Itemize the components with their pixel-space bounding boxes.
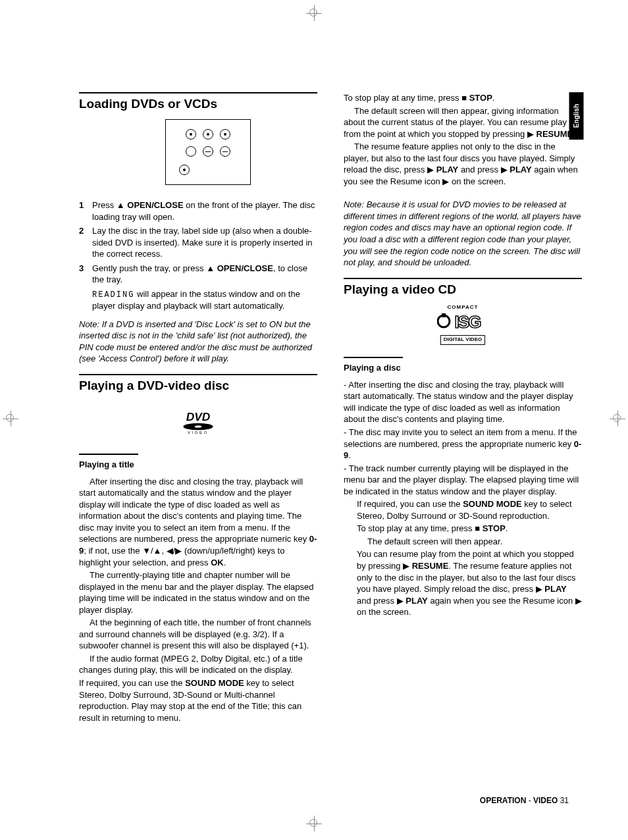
body-text: - The disc may invite you to select an i… (344, 427, 582, 461)
footer-section: OPERATION (480, 796, 526, 805)
step-1: 1 Press ▲ OPEN/CLOSE on the front of the… (79, 199, 317, 223)
subheading-playing-disc: Playing a disc (344, 362, 582, 374)
step-number: 3 (79, 263, 92, 286)
svg-text:VIDEO: VIDEO (188, 430, 209, 434)
status-display: READING (92, 290, 134, 300)
play-icon: ▶ (427, 165, 434, 174)
crop-mark-top (306, 5, 322, 24)
resume-icon: ▶ (442, 176, 449, 186)
right-column: To stop play at any time, press ■ STOP. … (344, 92, 582, 781)
body-text: - After inserting the disc and closing t… (344, 379, 582, 425)
step-number: 2 (79, 225, 92, 260)
note-disc-lock: Note: If a DVD is inserted and 'Disc Loc… (79, 319, 317, 365)
eject-icon: ▲ (206, 263, 217, 273)
cd-logo-mid: ISG (437, 311, 488, 332)
resume-icon: ▶ (403, 561, 409, 571)
body-text: The currently-playing title and chapter … (79, 569, 317, 616)
step-text: Press (92, 200, 117, 210)
body-text: If required, you can use the SOUND MODE … (79, 677, 317, 723)
button-label: OPEN/CLOSE (127, 200, 183, 210)
play-icon: ▶ (536, 584, 542, 594)
eject-icon: ▲ (117, 200, 127, 210)
body-text: After inserting the disc and closing the… (79, 476, 317, 568)
cd-logo-top: COMPACT (437, 304, 488, 311)
body-text: - The track number currently playing wil… (344, 463, 582, 498)
page-content: Loading DVDs or VCDs 1 Press ▲ OPEN/CLOS… (79, 92, 582, 781)
heading-loading: Loading DVDs or VCDs (79, 92, 317, 113)
left-column: Loading DVDs or VCDs 1 Press ▲ OPEN/CLOS… (79, 92, 317, 781)
resume-icon: ▶ (575, 596, 582, 606)
play-icon: ▶ (501, 165, 508, 174)
svg-rect-5 (442, 313, 446, 317)
heading-vcd: Playing a video CD (344, 278, 582, 298)
svg-text:ISG: ISG (455, 312, 481, 331)
step-number: 1 (79, 199, 92, 223)
body-text: The default screen will then appear, giv… (344, 105, 582, 140)
note-region-code: Note: Because it is usual for DVD movies… (344, 199, 582, 268)
crop-mark-bottom (306, 816, 322, 835)
section-rule (344, 357, 403, 358)
body-text: The default screen will then appear. (357, 536, 582, 548)
stop-icon: ■ (475, 523, 480, 533)
footer-page-number: 31 (558, 796, 569, 805)
dvd-logo: DVD VIDEO (79, 401, 317, 442)
step-text: Lay the disc in the tray, label side up … (92, 225, 317, 260)
page-footer: OPERATION - VIDEO 31 (480, 795, 569, 806)
cd-logo: COMPACT ISG DIGITAL VIDEO (344, 304, 582, 345)
dvd-logo-icon: DVD VIDEO (172, 405, 224, 438)
body-text: At the beginning of each title, the numb… (79, 617, 317, 652)
crop-mark-left (3, 411, 18, 430)
stop-icon: ■ (461, 93, 467, 103)
tray-box-icon (165, 119, 251, 185)
heading-dvd: Playing a DVD-video disc (79, 374, 317, 394)
svg-text:DVD: DVD (186, 409, 211, 423)
body-text: You can resume play from the point at wh… (357, 548, 582, 617)
resume-icon: ▶ (527, 129, 534, 139)
body-text: If the audio format (MPEG 2, Dolby Digit… (79, 653, 317, 676)
step-text: Gently push the tray, or press (92, 263, 206, 273)
section-rule (79, 454, 138, 455)
subheading-playing-title: Playing a title (79, 459, 317, 471)
step-2: 2 Lay the disc in the tray, label side u… (79, 225, 317, 260)
body-text: If required, you can use the SOUND MODE … (357, 498, 582, 521)
svg-point-2 (195, 425, 202, 427)
footer-subsection: VIDEO (533, 796, 558, 805)
crop-mark-right (610, 411, 625, 430)
body-text: To stop play at any time, press ■ STOP. (344, 92, 582, 104)
play-icon: ▶ (397, 596, 404, 606)
footer-dash: - (526, 796, 533, 805)
button-label: OPEN/CLOSE (217, 263, 273, 273)
body-text: To stop play at any time, press ■ STOP. (357, 523, 582, 535)
steps-list: 1 Press ▲ OPEN/CLOSE on the front of the… (79, 199, 317, 286)
step-3: 3 Gently push the tray, or press ▲ OPEN/… (79, 263, 317, 286)
tray-figure (79, 119, 317, 188)
body-text: The resume feature applies not only to t… (344, 141, 582, 187)
cd-logo-bottom: DIGITAL VIDEO (440, 335, 485, 345)
arrow-keys-icon: ▼/▲, ◀/▶ (142, 546, 182, 556)
